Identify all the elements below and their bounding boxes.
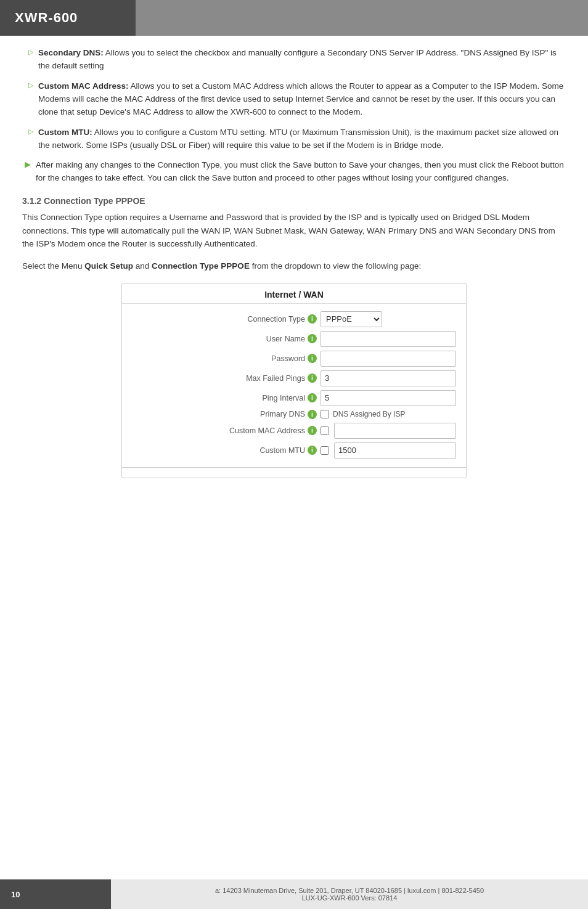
control-max-failed-pings	[321, 370, 456, 386]
info-icon-custom-mac[interactable]: i	[308, 426, 317, 435]
footer-page-number-box: 10	[0, 879, 111, 909]
list-item-custom-mac-label: Custom MAC Address:	[38, 81, 129, 91]
footer-address: a: 14203 Minuteman Drive, Suite 201, Dra…	[215, 887, 484, 902]
checkbox-custom-mtu[interactable]	[321, 446, 329, 455]
label-password: Password i	[221, 354, 317, 363]
bullet-arrow-1: ▷	[28, 48, 33, 56]
info-icon-ping-interval[interactable]: i	[308, 393, 317, 402]
form-row-primary-dns: Primary DNS i DNS Assigned By ISP	[132, 410, 456, 419]
label-ping-interval: Ping Interval i	[221, 393, 317, 402]
form-row-max-failed-pings: Max Failed Pings i	[132, 370, 456, 386]
footer-page-number: 10	[11, 890, 20, 899]
label-primary-dns: Primary DNS i	[221, 410, 317, 419]
label-username: User Name i	[221, 334, 317, 343]
arrow-bullet-text: After making any changes to the Connecti…	[36, 159, 566, 185]
bullet-arrow-2: ▷	[28, 81, 33, 89]
body-text-2-middle: and	[133, 261, 152, 271]
label-max-failed-pings: Max Failed Pings i	[221, 373, 317, 383]
arrow-bullet-icon: ▶	[25, 160, 31, 169]
list-item-custom-mtu-label: Custom MTU:	[38, 128, 92, 137]
info-icon-primary-dns[interactable]: i	[308, 410, 317, 419]
form-row-custom-mtu: Custom MTU i	[132, 442, 456, 459]
body-text-1: This Connection Type option requires a U…	[22, 211, 566, 251]
list-item-secondary-dns: ▷ Secondary DNS: Allows you to select th…	[22, 47, 566, 73]
control-username	[321, 331, 456, 347]
bullet-list: ▷ Secondary DNS: Allows you to select th…	[22, 47, 566, 152]
list-item-custom-mtu: ▷ Custom MTU: Allows you to configure a …	[22, 126, 566, 152]
wan-panel-title: Internet / WAN	[122, 290, 466, 304]
header-title-box: XWR-600	[0, 0, 136, 36]
info-icon-username[interactable]: i	[308, 334, 317, 343]
input-username[interactable]	[321, 331, 456, 347]
list-item-custom-mtu-text: Custom MTU: Allows you to configure a Cu…	[38, 126, 566, 152]
wan-panel: Internet / WAN Connection Type i PPPoE D…	[121, 283, 467, 478]
dns-assigned-label: DNS Assigned By ISP	[333, 410, 405, 418]
list-item-secondary-dns-text: Secondary DNS: Allows you to select the …	[38, 47, 566, 73]
control-custom-mtu	[321, 442, 456, 459]
input-custom-mac[interactable]	[334, 423, 456, 439]
control-connection-type: PPPoE DHCP Static	[321, 311, 456, 327]
main-content: ▷ Secondary DNS: Allows you to select th…	[0, 47, 588, 537]
control-custom-mac	[321, 423, 456, 439]
form-row-connection-type: Connection Type i PPPoE DHCP Static	[132, 311, 456, 327]
list-item-custom-mac: ▷ Custom MAC Address: Allows you to set …	[22, 80, 566, 119]
arrow-bullet: ▶ After making any changes to the Connec…	[22, 159, 566, 185]
body-text-2-prefix: Select the Menu	[22, 261, 84, 271]
form-row-username: User Name i	[132, 331, 456, 347]
select-connection-type[interactable]: PPPoE DHCP Static	[321, 311, 382, 327]
page-footer: 10 a: 14203 Minuteman Drive, Suite 201, …	[0, 879, 588, 909]
control-password	[321, 351, 456, 367]
form-row-ping-interval: Ping Interval i	[132, 390, 456, 406]
input-ping-interval[interactable]	[321, 390, 456, 406]
info-icon-custom-mtu[interactable]: i	[308, 446, 317, 455]
control-primary-dns: DNS Assigned By ISP	[321, 410, 456, 418]
list-item-secondary-dns-label: Secondary DNS:	[38, 48, 104, 57]
list-item-custom-mac-text: Custom MAC Address: Allows you to set a …	[38, 80, 566, 119]
form-row-password: Password i	[132, 351, 456, 367]
body-text-2-bold1: Quick Setup	[84, 261, 133, 271]
page-header: XWR-600	[0, 0, 588, 36]
checkbox-primary-dns[interactable]	[321, 410, 329, 418]
label-custom-mtu: Custom MTU i	[221, 446, 317, 455]
body-text-2-bold2: Connection Type PPPOE	[152, 261, 250, 271]
input-password[interactable]	[321, 351, 456, 367]
info-icon-max-failed-pings[interactable]: i	[308, 373, 317, 383]
input-custom-mtu[interactable]	[334, 442, 456, 459]
bullet-arrow-3: ▷	[28, 128, 33, 136]
footer-info-box: a: 14203 Minuteman Drive, Suite 201, Dra…	[111, 879, 588, 909]
label-connection-type: Connection Type i	[221, 314, 317, 324]
panel-divider	[122, 467, 466, 468]
label-custom-mac: Custom MAC Address i	[221, 426, 317, 435]
body-text-2: Select the Menu Quick Setup and Connecti…	[22, 259, 566, 273]
input-max-failed-pings[interactable]	[321, 370, 456, 386]
section-heading: 3.1.2 Connection Type PPPOE	[22, 196, 566, 206]
control-ping-interval	[321, 390, 456, 406]
form-row-custom-mac: Custom MAC Address i	[132, 423, 456, 439]
info-icon-password[interactable]: i	[308, 354, 317, 363]
checkbox-custom-mac[interactable]	[321, 426, 329, 435]
body-text-2-suffix: from the dropdown to view the following …	[250, 261, 421, 271]
header-bar	[136, 0, 588, 36]
info-icon-connection-type[interactable]: i	[308, 314, 317, 324]
page-title: XWR-600	[15, 10, 78, 26]
